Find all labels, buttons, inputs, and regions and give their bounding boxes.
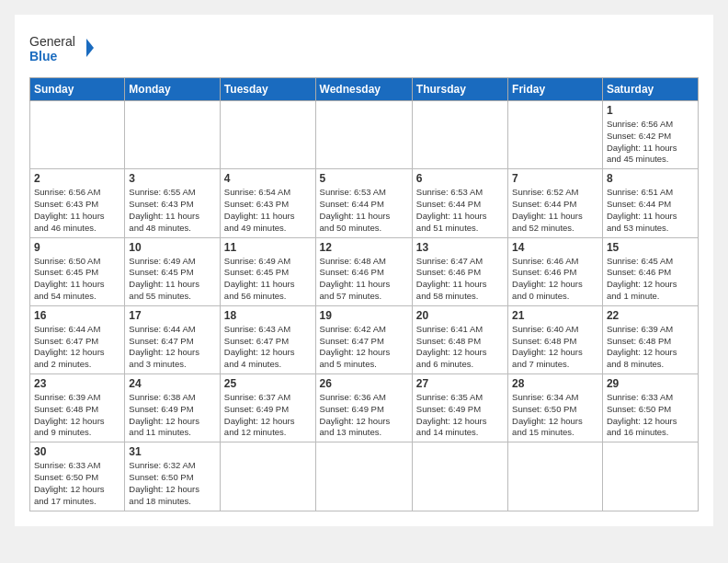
calendar-cell: 23Sunrise: 6:39 AM Sunset: 6:48 PM Dayli…: [30, 374, 125, 442]
day-info: Sunrise: 6:46 AM Sunset: 6:46 PM Dayligh…: [512, 256, 598, 303]
day-info: Sunrise: 6:39 AM Sunset: 6:48 PM Dayligh…: [34, 392, 120, 439]
day-number: 7: [512, 172, 598, 185]
calendar-cell: 3Sunrise: 6:55 AM Sunset: 6:43 PM Daylig…: [125, 169, 221, 237]
day-number: 15: [607, 241, 694, 254]
day-number: 14: [512, 241, 598, 254]
calendar-cell: 27Sunrise: 6:35 AM Sunset: 6:49 PM Dayli…: [412, 374, 507, 442]
calendar-cell: 13Sunrise: 6:47 AM Sunset: 6:46 PM Dayli…: [412, 237, 507, 305]
svg-marker-2: [86, 39, 94, 57]
day-number: 17: [129, 309, 216, 322]
day-info: Sunrise: 6:48 AM Sunset: 6:46 PM Dayligh…: [320, 256, 408, 303]
day-info: Sunrise: 6:54 AM Sunset: 6:43 PM Dayligh…: [224, 187, 312, 234]
day-number: 23: [34, 377, 120, 390]
day-number: 19: [320, 309, 408, 322]
week-row-3: 9Sunrise: 6:50 AM Sunset: 6:45 PM Daylig…: [30, 237, 699, 305]
day-info: Sunrise: 6:49 AM Sunset: 6:45 PM Dayligh…: [224, 256, 312, 303]
calendar-cell: 1Sunrise: 6:56 AM Sunset: 6:42 PM Daylig…: [602, 101, 698, 169]
day-info: Sunrise: 6:53 AM Sunset: 6:44 PM Dayligh…: [416, 187, 504, 234]
calendar-cell: 10Sunrise: 6:49 AM Sunset: 6:45 PM Dayli…: [125, 237, 221, 305]
calendar-cell: [220, 442, 315, 511]
day-number: 22: [607, 309, 694, 322]
day-number: 2: [34, 172, 120, 185]
day-info: Sunrise: 6:44 AM Sunset: 6:47 PM Dayligh…: [129, 324, 216, 371]
day-info: Sunrise: 6:34 AM Sunset: 6:50 PM Dayligh…: [512, 392, 598, 439]
calendar-cell: [412, 101, 507, 169]
week-row-2: 2Sunrise: 6:56 AM Sunset: 6:43 PM Daylig…: [30, 169, 699, 237]
day-info: Sunrise: 6:56 AM Sunset: 6:42 PM Dayligh…: [607, 119, 694, 166]
day-info: Sunrise: 6:45 AM Sunset: 6:46 PM Dayligh…: [607, 256, 694, 303]
day-info: Sunrise: 6:32 AM Sunset: 6:50 PM Dayligh…: [129, 460, 216, 507]
calendar-cell: 30Sunrise: 6:33 AM Sunset: 6:50 PM Dayli…: [30, 442, 125, 511]
svg-text:Blue: Blue: [29, 49, 58, 63]
calendar-cell: [220, 101, 315, 169]
calendar-cell: 31Sunrise: 6:32 AM Sunset: 6:50 PM Dayli…: [125, 442, 221, 511]
day-number: 29: [607, 377, 694, 390]
calendar-cell: [315, 442, 412, 511]
calendar-cell: 18Sunrise: 6:43 AM Sunset: 6:47 PM Dayli…: [220, 305, 315, 373]
calendar-cell: 29Sunrise: 6:33 AM Sunset: 6:50 PM Dayli…: [602, 374, 698, 442]
day-info: Sunrise: 6:50 AM Sunset: 6:45 PM Dayligh…: [34, 256, 120, 303]
day-info: Sunrise: 6:38 AM Sunset: 6:49 PM Dayligh…: [129, 392, 216, 439]
calendar-cell: 4Sunrise: 6:54 AM Sunset: 6:43 PM Daylig…: [220, 169, 315, 237]
day-number: 9: [34, 241, 120, 254]
calendar-cell: 5Sunrise: 6:53 AM Sunset: 6:44 PM Daylig…: [315, 169, 412, 237]
day-number: 28: [512, 377, 598, 390]
day-info: Sunrise: 6:49 AM Sunset: 6:45 PM Dayligh…: [129, 256, 216, 303]
calendar-cell: [30, 101, 125, 169]
day-info: Sunrise: 6:40 AM Sunset: 6:48 PM Dayligh…: [512, 324, 598, 371]
day-number: 5: [320, 172, 408, 185]
day-info: Sunrise: 6:39 AM Sunset: 6:48 PM Dayligh…: [607, 324, 694, 371]
day-number: 31: [129, 445, 216, 458]
day-number: 3: [129, 172, 216, 185]
day-number: 26: [320, 377, 408, 390]
calendar-cell: 17Sunrise: 6:44 AM Sunset: 6:47 PM Dayli…: [125, 305, 221, 373]
weekday-saturday: Saturday: [602, 78, 698, 101]
calendar-cell: 16Sunrise: 6:44 AM Sunset: 6:47 PM Dayli…: [30, 305, 125, 373]
day-info: Sunrise: 6:55 AM Sunset: 6:43 PM Dayligh…: [129, 187, 216, 234]
day-number: 11: [224, 241, 312, 254]
day-info: Sunrise: 6:36 AM Sunset: 6:49 PM Dayligh…: [320, 392, 408, 439]
day-number: 13: [416, 241, 504, 254]
day-info: Sunrise: 6:42 AM Sunset: 6:47 PM Dayligh…: [320, 324, 408, 371]
day-info: Sunrise: 6:37 AM Sunset: 6:49 PM Dayligh…: [224, 392, 312, 439]
calendar-cell: [602, 442, 698, 511]
day-number: 27: [416, 377, 504, 390]
calendar: SundayMondayTuesdayWednesdayThursdayFrid…: [29, 77, 699, 511]
calendar-cell: 19Sunrise: 6:42 AM Sunset: 6:47 PM Dayli…: [315, 305, 412, 373]
week-row-1: 1Sunrise: 6:56 AM Sunset: 6:42 PM Daylig…: [30, 101, 699, 169]
week-row-6: 30Sunrise: 6:33 AM Sunset: 6:50 PM Dayli…: [30, 442, 699, 511]
logo: General Blue: [29, 29, 94, 68]
day-number: 16: [34, 309, 120, 322]
page: General Blue SundayMondayTuesdayWednesda…: [15, 15, 713, 526]
calendar-cell: 28Sunrise: 6:34 AM Sunset: 6:50 PM Dayli…: [508, 374, 603, 442]
calendar-cell: 11Sunrise: 6:49 AM Sunset: 6:45 PM Dayli…: [220, 237, 315, 305]
day-info: Sunrise: 6:33 AM Sunset: 6:50 PM Dayligh…: [607, 392, 694, 439]
header: General Blue: [29, 29, 699, 68]
day-number: 10: [129, 241, 216, 254]
day-number: 4: [224, 172, 312, 185]
weekday-friday: Friday: [508, 78, 603, 101]
day-info: Sunrise: 6:43 AM Sunset: 6:47 PM Dayligh…: [224, 324, 312, 371]
calendar-cell: 7Sunrise: 6:52 AM Sunset: 6:44 PM Daylig…: [508, 169, 603, 237]
calendar-cell: 14Sunrise: 6:46 AM Sunset: 6:46 PM Dayli…: [508, 237, 603, 305]
logo-svg: General Blue: [29, 29, 94, 68]
day-info: Sunrise: 6:41 AM Sunset: 6:48 PM Dayligh…: [416, 324, 504, 371]
calendar-cell: 20Sunrise: 6:41 AM Sunset: 6:48 PM Dayli…: [412, 305, 507, 373]
calendar-cell: [315, 101, 412, 169]
weekday-thursday: Thursday: [412, 78, 507, 101]
calendar-cell: 24Sunrise: 6:38 AM Sunset: 6:49 PM Dayli…: [125, 374, 221, 442]
day-info: Sunrise: 6:53 AM Sunset: 6:44 PM Dayligh…: [320, 187, 408, 234]
calendar-cell: [412, 442, 507, 511]
calendar-cell: [125, 101, 221, 169]
weekday-sunday: Sunday: [30, 78, 125, 101]
calendar-cell: 2Sunrise: 6:56 AM Sunset: 6:43 PM Daylig…: [30, 169, 125, 237]
svg-text:General: General: [29, 34, 75, 49]
day-number: 30: [34, 445, 120, 458]
day-info: Sunrise: 6:52 AM Sunset: 6:44 PM Dayligh…: [512, 187, 598, 234]
calendar-cell: 25Sunrise: 6:37 AM Sunset: 6:49 PM Dayli…: [220, 374, 315, 442]
calendar-cell: 26Sunrise: 6:36 AM Sunset: 6:49 PM Dayli…: [315, 374, 412, 442]
weekday-tuesday: Tuesday: [220, 78, 315, 101]
weekday-monday: Monday: [125, 78, 221, 101]
day-number: 21: [512, 309, 598, 322]
day-number: 8: [607, 172, 694, 185]
